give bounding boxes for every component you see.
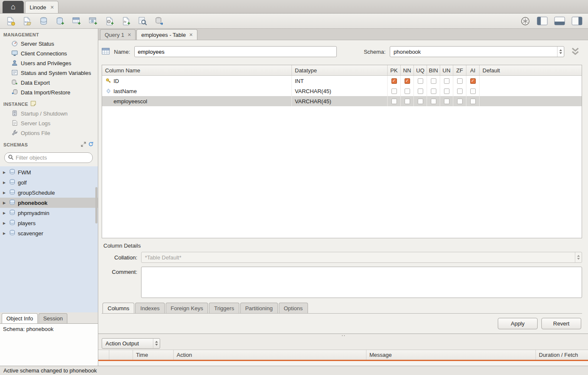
pk-checkbox[interactable]: [391, 88, 397, 94]
bin-checkbox[interactable]: [431, 78, 436, 84]
sidebar-item-users-privileges[interactable]: Users and Privileges: [0, 58, 98, 68]
refresh-schemas-icon[interactable]: [88, 141, 94, 148]
output-type-select[interactable]: Action Output: [102, 338, 160, 349]
data-transfer-icon[interactable]: [154, 16, 165, 27]
zf-checkbox[interactable]: [457, 99, 463, 104]
tab-columns[interactable]: Columns: [103, 303, 134, 313]
grid-header-un[interactable]: UN: [440, 65, 453, 75]
sidebar-item-server-status[interactable]: Server Status: [0, 39, 98, 49]
grid-header-nn[interactable]: NN: [401, 65, 414, 75]
create-table-icon[interactable]: [71, 16, 82, 27]
close-icon[interactable]: ×: [128, 31, 131, 38]
sidebar-item-data-import[interactable]: Data Import/Restore: [0, 88, 98, 97]
home-tab[interactable]: ⌂: [3, 1, 24, 13]
table-name-input[interactable]: [134, 46, 337, 57]
new-sql-editor-icon[interactable]: SQL: [5, 16, 16, 27]
tab-foreign-keys[interactable]: Foreign Keys: [166, 303, 208, 313]
expand-arrow-icon[interactable]: ▶: [3, 232, 7, 235]
ai-checkbox[interactable]: [470, 88, 476, 94]
schema-select[interactable]: phonebook: [390, 46, 564, 57]
grid-header-bin[interactable]: BIN: [427, 65, 440, 75]
un-checkbox[interactable]: [444, 88, 449, 94]
ai-checkbox[interactable]: [470, 78, 476, 84]
schema-item-phpmyadmin[interactable]: ▶ phpmyadmin: [0, 208, 98, 218]
schema-item-fwm[interactable]: ▶ FWM: [0, 167, 98, 177]
create-function-icon[interactable]: fx: [121, 16, 132, 27]
bin-checkbox[interactable]: [431, 88, 436, 94]
grid-empty-area[interactable]: [102, 106, 582, 238]
sidebar-item-server-logs[interactable]: Server Logs: [0, 119, 98, 128]
open-sql-script-icon[interactable]: SQL: [22, 16, 33, 27]
grid-header-default[interactable]: Default: [480, 65, 582, 75]
create-procedure-icon[interactable]: [104, 16, 115, 27]
schema-item-players[interactable]: ▶ players: [0, 218, 98, 228]
expand-schemas-icon[interactable]: [81, 142, 86, 148]
toggle-secondary-sidebar-icon[interactable]: [571, 16, 583, 27]
panel-splitter-handle[interactable]: [98, 334, 588, 337]
default-cell[interactable]: [480, 96, 582, 106]
grid-header-datatype[interactable]: Datatype: [292, 65, 388, 75]
zf-checkbox[interactable]: [457, 88, 463, 94]
tab-query-1[interactable]: Query 1 ×: [100, 29, 136, 40]
filter-objects-input[interactable]: [16, 154, 90, 161]
nn-checkbox[interactable]: [405, 78, 410, 84]
uq-checkbox[interactable]: [418, 99, 423, 104]
grid-header-zf[interactable]: ZF: [453, 65, 466, 75]
sidebar-item-options-file[interactable]: Options File: [0, 128, 98, 138]
tab-object-info[interactable]: Object Info: [2, 313, 38, 323]
sidebar-item-startup-shutdown[interactable]: Startup / Shutdown: [0, 109, 98, 119]
output-header-duration[interactable]: Duration / Fetch: [536, 350, 588, 360]
nn-checkbox[interactable]: [405, 99, 410, 104]
bin-checkbox[interactable]: [431, 99, 436, 104]
tab-indexes[interactable]: Indexes: [135, 303, 165, 313]
expand-arrow-icon[interactable]: ▶: [3, 221, 7, 225]
notifier-icon[interactable]: [520, 16, 531, 27]
tab-employees-table[interactable]: employees - Table ×: [136, 29, 197, 40]
sidebar-item-data-export[interactable]: Data Export: [0, 78, 98, 88]
default-cell[interactable]: [480, 86, 582, 96]
schema-item-scavenger[interactable]: ▶ scavenger: [0, 228, 98, 238]
schema-item-phonebook[interactable]: ▶ phonebook: [0, 198, 98, 208]
grid-header-column-name[interactable]: Column Name: [102, 65, 292, 75]
grid-header-pk[interactable]: PK: [388, 65, 401, 75]
close-icon[interactable]: ×: [50, 4, 54, 11]
output-rows-area[interactable]: [98, 361, 588, 366]
un-checkbox[interactable]: [444, 99, 449, 104]
column-row-employeescol[interactable]: employeescol VARCHAR(45): [102, 96, 582, 106]
uq-checkbox[interactable]: [418, 78, 423, 84]
tab-options[interactable]: Options: [279, 303, 308, 313]
output-header-time[interactable]: Time: [133, 350, 174, 360]
collation-select[interactable]: *Table Default*: [141, 252, 582, 263]
create-view-icon[interactable]: [88, 16, 99, 27]
toggle-output-panel-icon[interactable]: [554, 16, 566, 27]
sidebar-item-status-system-variables[interactable]: Status and System Variables: [0, 68, 98, 78]
expand-arrow-icon[interactable]: ▶: [3, 171, 7, 174]
grid-header-ai[interactable]: AI: [466, 65, 480, 75]
revert-button[interactable]: Revert: [541, 318, 581, 329]
schema-item-golf[interactable]: ▶ golf: [0, 177, 98, 188]
column-row-lastname[interactable]: lastName VARCHAR(45): [102, 86, 582, 96]
tab-session[interactable]: Session: [39, 313, 67, 323]
apply-button[interactable]: Apply: [498, 318, 538, 329]
collapse-header-icon[interactable]: [569, 47, 582, 56]
column-row-id[interactable]: ID INT: [102, 76, 582, 86]
expand-arrow-icon[interactable]: ▶: [3, 181, 7, 185]
nn-checkbox[interactable]: [405, 88, 410, 94]
create-schema-icon[interactable]: [55, 16, 66, 27]
search-data-icon[interactable]: [137, 16, 148, 27]
uq-checkbox[interactable]: [418, 88, 423, 94]
close-icon[interactable]: ×: [189, 31, 193, 38]
comment-textarea[interactable]: [141, 267, 582, 298]
sidebar-item-client-connections[interactable]: Client Connections: [0, 49, 98, 58]
zf-checkbox[interactable]: [457, 78, 463, 84]
output-header-action[interactable]: Action: [174, 350, 366, 360]
expand-arrow-icon[interactable]: ▶: [3, 201, 7, 205]
output-header-message[interactable]: Message: [366, 350, 536, 360]
schema-filter[interactable]: [4, 152, 93, 163]
default-cell[interactable]: [480, 76, 582, 86]
schemas-icon[interactable]: [38, 16, 49, 27]
grid-header-uq[interactable]: UQ: [414, 65, 427, 75]
tab-triggers[interactable]: Triggers: [209, 303, 239, 313]
toggle-sidebar-icon[interactable]: [536, 16, 548, 27]
connection-tab[interactable]: Linode ×: [25, 1, 58, 13]
